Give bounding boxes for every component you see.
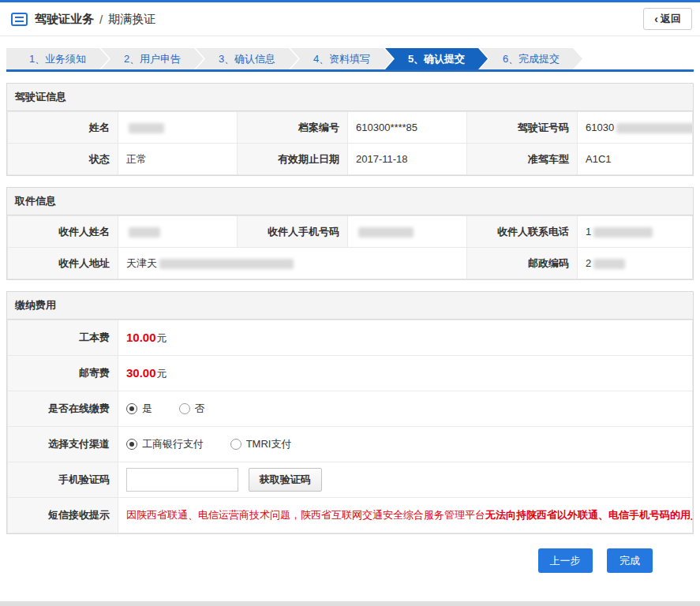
field-label-file-number: 档案编号: [238, 112, 348, 144]
field-label-sms-code: 手机验证码: [8, 462, 118, 498]
field-label-status: 状态: [8, 144, 118, 175]
table-row: 邮寄费 30.00元: [8, 356, 693, 391]
value-prefix: 天津天: [126, 257, 157, 269]
table-row: 姓名 档案编号 610300****85 驾驶证号码 61030: [8, 112, 693, 144]
radio-label-icbc: 工商银行支付: [142, 437, 204, 451]
breadcrumb: 驾驶证业务 / 期满换证: [11, 12, 155, 27]
pickup-info-section: 取件信息 收件人姓名 收件人手机号码 收件人联系电话 1 收件人地址: [6, 187, 694, 280]
sms-code-field: 获取验证码: [118, 462, 693, 498]
radio-label-yes: 是: [142, 402, 152, 416]
field-value-name: [118, 112, 238, 144]
field-value-recipient-phone: 1: [578, 216, 693, 248]
field-label-license-number: 驾驶证号码: [467, 112, 578, 144]
main-content: 驾驶证信息 姓名 档案编号 610300****85 驾驶证号码 61030 状…: [0, 83, 700, 573]
radio-checked-icon: [126, 439, 137, 450]
table-row: 是否在线缴费 是 否: [8, 391, 693, 427]
field-label-valid-until: 有效期止日期: [238, 144, 348, 175]
back-chevron-icon: ‹: [654, 13, 658, 24]
steps-nav: 1、业务须知 2、用户申告 3、确认信息 4、资料填写 5、确认提交 6、完成提…: [6, 48, 694, 72]
step-tab-2[interactable]: 2、用户申告: [101, 48, 204, 69]
mailing-fee-unit: 元: [157, 368, 167, 380]
sms-notice-text: 因陕西省联通、电信运营商技术问题，陕西省互联网交通安全综合服务管理平台无法向持陕…: [118, 498, 693, 533]
form-icon: [11, 13, 28, 26]
field-label-recipient-name: 收件人姓名: [8, 216, 118, 248]
redacted-value: [616, 123, 692, 133]
header: 驾驶证业务 / 期满换证 ‹ 返回: [0, 2, 700, 36]
radio-option-tmri[interactable]: TMRI支付: [230, 437, 292, 451]
radio-label-tmri: TMRI支付: [246, 437, 292, 451]
field-value-recipient-mobile: [348, 216, 467, 248]
previous-step-button[interactable]: 上一步: [538, 548, 593, 573]
page-title: 驾驶证业务: [35, 12, 94, 27]
page-subtitle: 期满换证: [108, 12, 155, 27]
redacted-value: [593, 259, 625, 269]
license-info-section: 驾驶证信息 姓名 档案编号 610300****85 驾驶证号码 61030 状…: [6, 83, 694, 176]
field-value-vehicle-class: A1C1: [578, 144, 693, 175]
field-value-file-number: 610300****85: [348, 112, 467, 144]
field-label-payment-channel: 选择支付渠道: [8, 427, 118, 462]
radio-option-no[interactable]: 否: [179, 402, 205, 416]
field-value-recipient-address: 天津天: [118, 248, 467, 279]
field-label-recipient-mobile: 收件人手机号码: [238, 216, 348, 248]
field-value-production-fee: 10.00元: [118, 320, 693, 356]
notice-text-part1: 因陕西省联通、电信运营商技术问题，陕西省互联网交通安全综合服务管理平台: [126, 509, 485, 521]
breadcrumb-separator: /: [99, 13, 103, 26]
redacted-value: [129, 123, 164, 133]
radio-checked-icon: [126, 403, 137, 414]
footer-strip: [0, 601, 700, 606]
production-fee-unit: 元: [157, 332, 167, 344]
field-label-vehicle-class: 准驾车型: [467, 144, 578, 175]
get-code-button[interactable]: 获取验证码: [249, 468, 322, 492]
step-tab-3[interactable]: 3、确认信息: [196, 48, 298, 69]
field-label-recipient-phone: 收件人联系电话: [467, 216, 578, 248]
fees-title: 缴纳费用: [7, 292, 693, 320]
field-value-postal-code: 2: [578, 248, 693, 279]
value-prefix: 61030: [586, 122, 614, 133]
payment-channel-options: 工商银行支付 TMRI支付: [118, 427, 693, 462]
field-value-status: 正常: [118, 144, 238, 175]
table-row: 选择支付渠道 工商银行支付 TMRI支付: [8, 427, 693, 462]
sms-code-input[interactable]: [126, 468, 238, 492]
step-tab-1[interactable]: 1、业务须知: [6, 48, 109, 69]
page: 驾驶证业务 / 期满换证 ‹ 返回 1、业务须知 2、用户申告 3、确认信息 4…: [0, 0, 700, 573]
field-label-sms-notice: 短信接收提示: [8, 498, 118, 533]
online-payment-options: 是 否: [118, 391, 693, 427]
redacted-value: [593, 227, 653, 238]
field-value-license-number: 61030: [578, 112, 693, 144]
license-info-title: 驾驶证信息: [7, 84, 693, 111]
back-button-label: 返回: [661, 12, 681, 26]
table-row: 收件人姓名 收件人手机号码 收件人联系电话 1: [8, 216, 693, 248]
notice-text-bold: 无法向持陕西省以外联通、电信手机号码的用户发送短信: [485, 509, 693, 521]
step-tab-4[interactable]: 4、资料填写: [290, 48, 393, 69]
license-info-table: 姓名 档案编号 610300****85 驾驶证号码 61030 状态 正常 有…: [7, 111, 693, 175]
form-actions: 上一步 完成: [6, 548, 694, 573]
value-prefix: 2: [586, 257, 591, 269]
step-tab-6[interactable]: 6、完成提交: [480, 48, 582, 69]
field-label-production-fee: 工本费: [8, 320, 118, 356]
table-row: 手机验证码 获取验证码: [8, 462, 693, 498]
radio-unchecked-icon: [230, 439, 241, 450]
redacted-value: [129, 227, 160, 238]
table-row: 短信接收提示 因陕西省联通、电信运营商技术问题，陕西省互联网交通安全综合服务管理…: [8, 498, 693, 533]
radio-unchecked-icon: [179, 403, 190, 414]
field-label-postal-code: 邮政编码: [467, 248, 578, 279]
radio-option-yes[interactable]: 是: [126, 402, 152, 416]
radio-option-icbc[interactable]: 工商银行支付: [126, 437, 204, 451]
field-label-name: 姓名: [8, 112, 118, 144]
field-label-mailing-fee: 邮寄费: [8, 356, 118, 391]
radio-label-no: 否: [195, 402, 205, 416]
field-label-online-payment: 是否在线缴费: [8, 391, 118, 427]
field-value-valid-until: 2017-11-18: [348, 144, 467, 175]
field-label-recipient-address: 收件人地址: [8, 248, 118, 279]
redacted-value: [358, 227, 414, 238]
back-button[interactable]: ‹ 返回: [643, 8, 692, 30]
fees-table: 工本费 10.00元 邮寄费 30.00元 是否在线缴费: [7, 320, 693, 533]
step-tab-5-active[interactable]: 5、确认提交: [385, 48, 488, 69]
table-row: 工本费 10.00元: [8, 320, 693, 356]
pickup-info-table: 收件人姓名 收件人手机号码 收件人联系电话 1 收件人地址 天津天 邮政编码 2: [7, 215, 693, 279]
redacted-value: [159, 259, 294, 269]
table-row: 收件人地址 天津天 邮政编码 2: [8, 248, 693, 279]
table-row: 状态 正常 有效期止日期 2017-11-18 准驾车型 A1C1: [8, 144, 693, 175]
finish-button[interactable]: 完成: [607, 548, 653, 573]
fees-section: 缴纳费用 工本费 10.00元 邮寄费 30.00元 是否在线缴费: [6, 291, 694, 534]
